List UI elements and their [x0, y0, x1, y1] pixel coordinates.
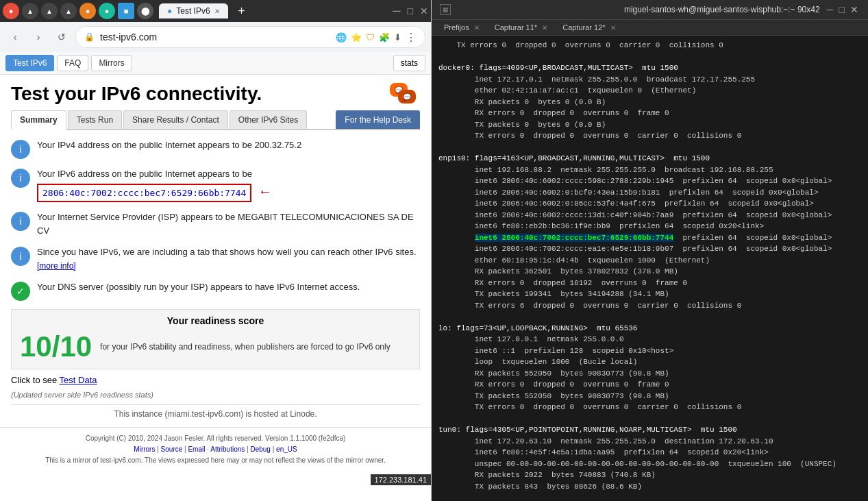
term-line-highlighted: inet6 2806:40c:7002:cccc:bec7:6529:66bb:…	[438, 232, 861, 244]
instance-text: This instance (miami.test-ipv6.com) is h…	[11, 404, 420, 419]
term-line-e3: inet6 2806:40c:6002:0:bcf0:43ea:15b9:b18…	[438, 187, 861, 199]
terminal-tab-capturar11[interactable]: Capturar 11* ✕	[488, 21, 554, 34]
more-info-link[interactable]: [more info]	[37, 261, 76, 271]
score-value: 10/10	[20, 330, 92, 363]
site-content: 💬 💬 Test your IPv6 connectivity. Summary…	[0, 75, 431, 427]
term-line-t4: RX packets 2022 bytes 740883 (740.8 KB)	[438, 469, 861, 481]
extension-icon[interactable]: 🧩	[379, 32, 390, 42]
terminal-minimize-icon[interactable]: ─	[826, 4, 835, 15]
taskbar-icon-wifi3[interactable]: ▲	[60, 3, 77, 19]
taskbar-icon-orange[interactable]: ●	[79, 3, 96, 19]
result-tab-text: Since you have IPv6, we are including a …	[37, 245, 420, 272]
term-line-lo3: loop txqueuelen 1000 (Bucle local)	[438, 356, 861, 368]
debug-link[interactable]: Debug	[250, 445, 270, 453]
footer-links: Mirrors | Source | Email · Attributions …	[5, 444, 425, 455]
result-ipv6-tab: i Since you have IPv6, we are including …	[11, 245, 420, 272]
term-line-lo: lo: flags=73<UP,LOOPBACK,RUNNING> mtu 65…	[438, 323, 861, 334]
result-isp-text: Your Internet Service Provider (ISP) app…	[37, 210, 420, 237]
attributions-link[interactable]: Attributions	[210, 445, 245, 453]
terminal-tab-close-1[interactable]: ✕	[542, 24, 547, 32]
browser-tab-active[interactable]: ● Test IPv6 ✕	[159, 3, 228, 19]
term-line-lo4: RX packets 552050 bytes 90830773 (90.8 M…	[438, 368, 861, 380]
result-ipv6: i Your IPv6 address on the public Intern…	[11, 167, 420, 202]
terminal-close-icon[interactable]: ✕	[849, 4, 860, 15]
terminal-maximize-icon[interactable]: □	[838, 4, 846, 15]
email-link[interactable]: Email	[188, 445, 205, 453]
check-icon-dns: ✓	[11, 282, 30, 301]
tab-tests-run[interactable]: Tests Run	[68, 110, 122, 129]
maximize-icon[interactable]: □	[408, 5, 413, 16]
tab-close-icon[interactable]: ✕	[214, 8, 220, 15]
mirrors-link[interactable]: Mirrors	[134, 445, 155, 453]
taskbar: ● ▲ ▲ ▲ ● ● ■ ⬤ ● Test IPv6 ✕ + ─ □ ✕	[0, 0, 431, 22]
close-icon[interactable]: ✕	[420, 5, 428, 16]
footer-mirror-note: This is a mirror of test-ipv6.com. The v…	[5, 455, 425, 466]
chat-icon[interactable]: 💬 💬	[390, 83, 420, 108]
terminal-tab-prefijos[interactable]: Prefijos ✕	[437, 21, 486, 34]
result-ipv6-text: Your IPv6 address on the public Internet…	[37, 167, 272, 202]
tab-help-desk[interactable]: For the Help Desk	[336, 110, 420, 129]
term-line-e2: inet6 2806:40c:6002:cccc:598c:2788:229b:…	[438, 175, 861, 187]
taskbar-icon-wifi1[interactable]: ▲	[22, 3, 38, 19]
terminal-content[interactable]: TX errors 0 dropped 0 overruns 0 carrier…	[432, 36, 868, 501]
tab-summary[interactable]: Summary	[11, 110, 66, 130]
term-line-tun: tun0: flags=4305<UP,POINTOPOINT,RUNNING,…	[438, 424, 861, 436]
term-line-e4: inet6 2806:40c:6002:0:86cc:53fe:4a4f:675…	[438, 198, 861, 210]
bookmark-icon[interactable]: ⭐	[351, 32, 362, 42]
terminal-titlebar: ▦ miguel-santos-wh@miguel-santos-wisphub…	[432, 0, 868, 20]
terminal-tab-capturar12[interactable]: Capturar 12* ✕	[556, 21, 622, 34]
download-icon[interactable]: ⬇	[394, 32, 401, 42]
nav-mirrors[interactable]: Mirrors	[91, 55, 132, 71]
info-icon-ipv6: i	[11, 169, 30, 188]
forward-button[interactable]: ›	[29, 27, 48, 47]
address-text: test-ipv6.com	[100, 32, 157, 42]
back-button[interactable]: ‹	[5, 27, 25, 47]
term-line-docker: docker0: flags=4099<UP,BROADCAST,MULTICA…	[438, 62, 861, 74]
tab-share[interactable]: Share Results / Contact	[123, 110, 228, 129]
test-data-link[interactable]: Test Data	[60, 375, 97, 385]
footer-copyright: Copyright (C) 2010, 2024 Jason Fesler. A…	[5, 433, 425, 444]
minimize-icon[interactable]: ─	[393, 5, 400, 17]
term-line-blank4	[438, 413, 861, 425]
taskbar-icon-0[interactable]: ●	[3, 3, 19, 19]
taskbar-icon-wifi2[interactable]: ▲	[41, 3, 58, 19]
updated-text: (Updated server side IPv6 readiness stat…	[11, 391, 420, 399]
reload-button[interactable]: ↺	[52, 27, 71, 47]
term-line-d2: ether 02:42:1a:a7:ac:c1 txqueuelen 0 (Et…	[438, 85, 861, 97]
taskbar-icon-github[interactable]: ⬤	[137, 3, 153, 19]
score-section: Your readiness score 10/10 for your IPv6…	[11, 309, 420, 369]
terminal-tab-close-0[interactable]: ✕	[474, 24, 480, 32]
content-tabs: Summary Tests Run Share Results / Contac…	[11, 110, 420, 130]
browser-content: Test IPv6 FAQ Mirrors stats 💬 💬 Test you…	[0, 52, 431, 501]
source-link[interactable]: Source	[161, 445, 183, 453]
taskbar-icon-teal[interactable]: ●	[99, 3, 115, 19]
term-line-e8: inet6 2806:40c:7002:cccc:ea1e:4e5e:1b18:…	[438, 243, 861, 255]
address-bar[interactable]: 🔒 test-ipv6.com 🌐 ⭐ 🛡 🧩 ⬇ ⋮	[75, 26, 425, 48]
site-nav: Test IPv6 FAQ Mirrors stats	[0, 52, 431, 75]
term-line-d4: RX errors 0 dropped 0 overruns 0 frame 0	[438, 108, 861, 119]
lock-icon: 🔒	[84, 32, 95, 42]
translate-icon[interactable]: 🌐	[336, 32, 347, 42]
term-line-e13: TX errors 6 dropped 0 overruns 0 carrier…	[438, 300, 861, 312]
new-tab-button[interactable]: +	[234, 3, 250, 19]
score-title: Your readiness score	[20, 315, 411, 326]
shield-icon[interactable]: 🛡	[366, 32, 375, 42]
test-data-label: Click to see	[11, 375, 57, 385]
term-line-lo6: TX packets 552050 bytes 90830773 (90.8 M…	[438, 391, 861, 402]
tab-other-ipv6[interactable]: Other IPv6 Sites	[230, 110, 307, 129]
info-icon-isp: i	[11, 212, 30, 231]
taskbar-icon-blue[interactable]: ■	[118, 3, 134, 19]
ipv6-prefix-text: Your IPv6 address on the public Internet…	[37, 169, 252, 179]
browser-panel: ● ▲ ▲ ▲ ● ● ■ ⬤ ● Test IPv6 ✕ + ─ □ ✕ ‹ …	[0, 0, 432, 501]
term-line-blank3	[438, 311, 861, 323]
term-line-e11: RX errors 0 dropped 16192 overruns 0 fra…	[438, 278, 861, 289]
lang-link[interactable]: en_US	[276, 445, 297, 453]
nav-faq[interactable]: FAQ	[57, 55, 88, 71]
menu-icon[interactable]: ⋮	[406, 31, 417, 44]
terminal-tabs: Prefijos ✕ Capturar 11* ✕ Capturar 12* ✕	[432, 20, 868, 36]
term-line-lo1: inet 127.0.0.1 netmask 255.0.0.0	[438, 334, 861, 345]
terminal-tab-close-2[interactable]: ✕	[610, 24, 616, 32]
nav-testipv6[interactable]: Test IPv6	[5, 55, 54, 71]
tab-label: Test IPv6	[176, 6, 210, 16]
stats-button[interactable]: stats	[393, 55, 425, 71]
